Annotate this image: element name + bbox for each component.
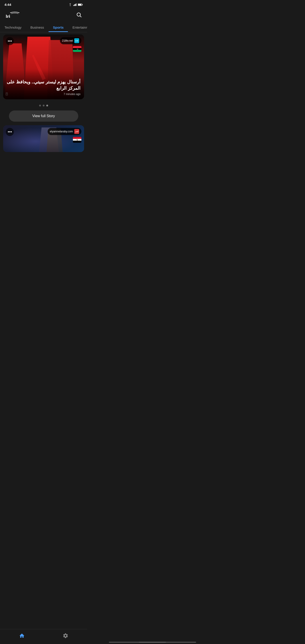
flag-stripe-red [73,46,82,48]
second-news-card: ••• elyamnelaraby.com اليمن 🦅 [3,125,84,152]
svg-point-10 [77,13,80,16]
svg-rect-4 [76,3,76,6]
dot-1 [39,105,41,106]
egypt-flag-black [73,141,82,143]
svg-rect-2 [74,4,75,6]
svg-line-11 [80,16,82,17]
second-more-icon: ••• [8,130,12,134]
second-news-image: ••• elyamnelaraby.com اليمن 🦅 [3,125,84,152]
svg-point-0 [70,6,71,6]
more-icon: ••• [8,39,12,43]
search-button[interactable] [74,10,84,20]
egypt-flag-white: 🦅 [73,139,82,141]
news-overlay: أرسنال يهزم ليستر سيتي.. ويحافظ على المر… [3,70,84,99]
more-options-button[interactable]: ••• [6,37,14,45]
signal-icon [73,3,76,6]
svg-rect-7 [82,4,82,5]
second-source-name: elyamnelaraby.com [50,130,73,133]
second-more-options-button[interactable]: ••• [6,128,14,136]
nav-tabs: Technology Business Sports Entertainment… [0,23,87,32]
source-badge: 218tv.net 218 [60,37,82,44]
svg-rect-6 [78,4,82,5]
status-icons [68,3,83,6]
dot-2 [43,105,44,106]
battery-icon [78,3,83,6]
second-source-badge: elyamnelaraby.com اليمن [48,128,82,135]
header: lri lri [0,8,87,23]
featured-news-card: 8 ••• 218tv.net 218 [3,34,84,99]
news-time: 7 minutes ago [7,92,80,96]
view-full-story-button[interactable]: View full Story [9,110,78,122]
main-content: 8 ••• 218tv.net 218 [0,34,87,172]
news-card-image: 8 ••• 218tv.net 218 [3,34,84,99]
dot-3 [46,105,48,106]
tab-sports[interactable]: Sports [48,23,68,32]
tab-technology[interactable]: Technology [0,23,26,32]
source-name: 218tv.net [62,39,73,42]
second-source-icon: اليمن [74,129,79,134]
news-title: أرسنال يهزم ليستر سيتي.. ويحافظ على المر… [7,79,80,91]
logo-container: lri lri [4,10,26,20]
flag-stripe-black [73,48,82,50]
status-time: 4:44 [4,3,11,6]
svg-rect-3 [75,4,76,6]
libya-flag-badge [73,46,82,52]
source-icon: 218 [74,38,79,43]
svg-text:lri: lri [6,14,10,18]
wifi-icon [68,3,72,6]
flag-stripe-green [73,50,82,52]
svg-rect-1 [73,5,74,6]
status-bar: 4:44 [0,0,87,8]
dots-indicator [0,102,87,110]
egypt-flag-badge: 🦅 [73,137,82,143]
app-logo: lri lri [4,10,26,20]
egypt-flag-red [73,137,82,139]
search-icon [76,12,82,18]
tab-business[interactable]: Business [26,23,48,32]
tab-entertainment[interactable]: Entertainment [68,23,87,32]
